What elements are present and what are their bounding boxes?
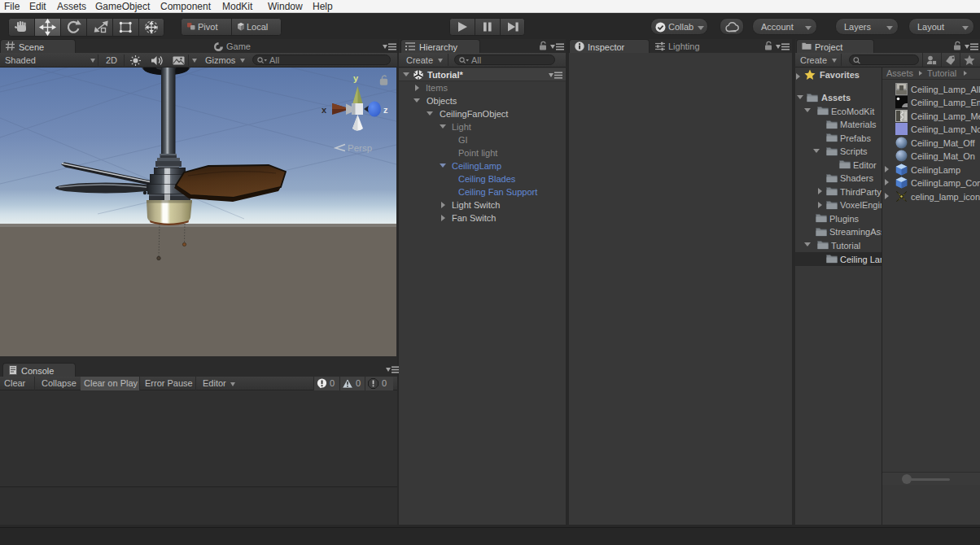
svg-text:Pivot: Pivot [198,22,217,32]
svg-text:x: x [322,105,327,115]
svg-text:Local: Local [247,22,268,32]
svg-text:Persp: Persp [348,143,372,153]
svg-text:z: z [383,105,388,115]
svg-text:y: y [353,73,359,83]
